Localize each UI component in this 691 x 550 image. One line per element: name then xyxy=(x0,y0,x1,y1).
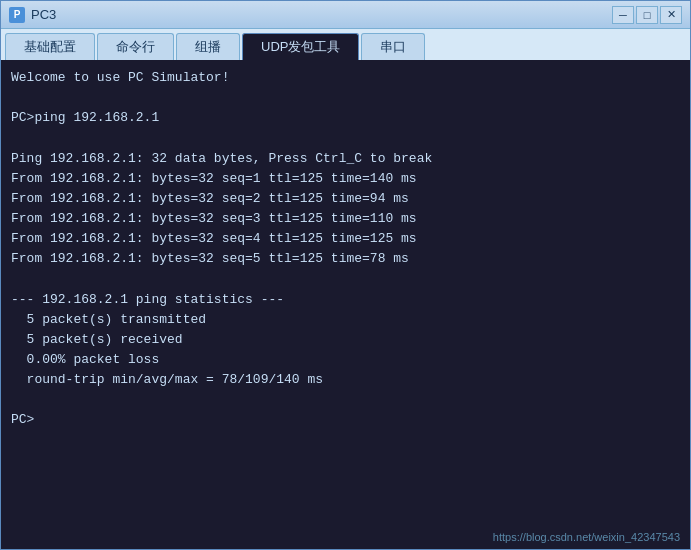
window-icon: P xyxy=(9,7,25,23)
main-window: P PC3 ─ □ ✕ 基础配置 命令行 组播 UDP发包工具 串口 Welco… xyxy=(0,0,691,550)
maximize-button[interactable]: □ xyxy=(636,6,658,24)
tab-group[interactable]: 组播 xyxy=(176,33,240,60)
tab-udp[interactable]: UDP发包工具 xyxy=(242,33,359,60)
terminal-output: Welcome to use PC Simulator! PC>ping 192… xyxy=(11,68,680,431)
tab-bar: 基础配置 命令行 组播 UDP发包工具 串口 xyxy=(1,29,690,60)
title-bar: P PC3 ─ □ ✕ xyxy=(1,1,690,29)
tab-serial[interactable]: 串口 xyxy=(361,33,425,60)
tab-cmd[interactable]: 命令行 xyxy=(97,33,174,60)
watermark: https://blog.csdn.net/weixin_42347543 xyxy=(493,531,680,543)
tab-basic[interactable]: 基础配置 xyxy=(5,33,95,60)
close-button[interactable]: ✕ xyxy=(660,6,682,24)
window-title: PC3 xyxy=(31,7,612,22)
terminal-area: Welcome to use PC Simulator! PC>ping 192… xyxy=(1,60,690,549)
minimize-button[interactable]: ─ xyxy=(612,6,634,24)
window-controls: ─ □ ✕ xyxy=(612,6,682,24)
